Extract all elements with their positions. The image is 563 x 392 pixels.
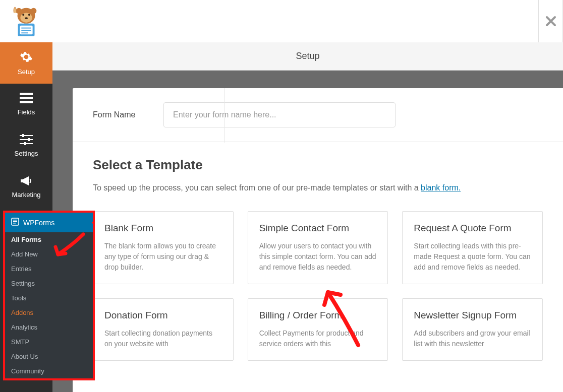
svg-rect-13 [20,97,33,99]
gear-icon [20,50,33,65]
sidebar-item-fields[interactable]: Fields [0,84,52,125]
template-card-title: Simple Contact Form [259,223,377,234]
sidebar-item-settings[interactable]: Settings [0,125,52,166]
template-card-desc: Start collecting donation payments on yo… [104,328,222,349]
template-card-donation[interactable]: Donation Form Start collecting donation … [93,298,234,361]
template-grid: Blank Form The blank form allows you to … [93,211,543,361]
wp-submenu-analytics[interactable]: Analytics [5,320,93,335]
template-card-newsletter[interactable]: Newsletter Signup Form Add subscribers a… [402,298,543,361]
svg-rect-18 [28,138,30,141]
template-card-title: Donation Form [104,310,222,321]
list-icon [20,93,33,105]
sidebar-item-label: Settings [15,150,38,157]
template-heading: Select a Template [93,157,543,173]
wp-submenu-addons[interactable]: Addons [5,305,93,320]
wp-submenu-about-us[interactable]: About Us [5,349,93,364]
template-card-title: Blank Form [104,223,222,234]
svg-rect-14 [20,101,33,103]
template-card-desc: Start collecting leads with this pre-mad… [414,241,531,273]
sidebar-item-label: Fields [18,108,35,116]
wp-submenu-settings[interactable]: Settings [5,276,93,291]
wp-submenu-all-forms[interactable]: All Forms [5,232,93,247]
page-title-bar: Setup [52,42,563,71]
top-bar [0,0,563,42]
content-panel: Form Name Select a Template To speed up … [73,88,563,392]
page-title: Setup [296,51,319,61]
wp-submenu-smtp[interactable]: SMTP [5,335,93,349]
svg-point-6 [25,17,28,19]
svg-rect-20 [24,142,26,145]
wp-submenu-header[interactable]: WPForms [5,213,93,232]
template-card-desc: Collect Payments for product and service… [259,328,377,349]
template-card-blank[interactable]: Blank Form The blank form allows you to … [93,211,234,284]
svg-rect-10 [21,30,31,31]
form-name-input[interactable] [163,102,396,127]
bullhorn-icon [20,175,33,188]
form-icon [11,218,19,227]
template-card-title: Newsletter Signup Form [414,310,531,321]
wp-submenu-entries[interactable]: Entries [5,262,93,276]
svg-rect-23 [13,221,17,222]
content-background: Form Name Select a Template To speed up … [52,71,563,392]
sidebar-item-label: Marketing [12,191,40,199]
template-card-title: Request A Quote Form [414,223,531,234]
svg-point-2 [31,8,37,14]
svg-rect-24 [13,223,16,224]
svg-rect-15 [20,135,33,136]
svg-rect-9 [21,28,31,29]
sidebar-item-label: Setup [18,68,35,76]
template-card-desc: Allow your users to contact you with thi… [259,241,377,273]
sidebar-item-marketing[interactable]: Marketing [0,166,52,208]
template-card-billing[interactable]: Billing / Order Form Collect Payments fo… [248,298,388,361]
template-card-title: Billing / Order Form [259,310,377,321]
form-name-label: Form Name [93,110,163,119]
sidebar-item-setup[interactable]: Setup [0,42,52,84]
close-button[interactable] [538,0,562,42]
wpforms-logo [0,0,52,42]
form-name-row: Form Name [73,88,563,142]
svg-point-4 [22,14,24,16]
wp-submenu-title: WPForms [23,219,54,227]
svg-rect-17 [20,139,33,140]
sliders-icon [20,134,33,147]
template-subtext: To speed up the process, you can select … [93,182,543,194]
template-card-request-quote[interactable]: Request A Quote Form Start collecting le… [402,211,543,284]
wp-admin-submenu: WPForms All Forms Add New Entries Settin… [3,211,95,380]
wp-submenu-add-new[interactable]: Add New [5,247,93,262]
svg-rect-12 [20,93,33,95]
wp-submenu-community[interactable]: Community [5,364,93,378]
template-section: Select a Template To speed up the proces… [73,142,563,376]
blank-form-link[interactable]: blank form. [421,183,461,192]
wp-submenu-tools[interactable]: Tools [5,291,93,305]
template-card-simple-contact[interactable]: Simple Contact Form Allow your users to … [248,211,388,284]
svg-point-5 [28,14,30,16]
template-card-desc: The blank form allows you to create any … [104,241,222,273]
template-card-desc: Add subscribers and grow your email list… [414,328,531,349]
svg-rect-22 [13,220,17,221]
svg-rect-16 [22,134,24,137]
svg-rect-11 [21,32,28,33]
svg-point-1 [16,8,22,14]
